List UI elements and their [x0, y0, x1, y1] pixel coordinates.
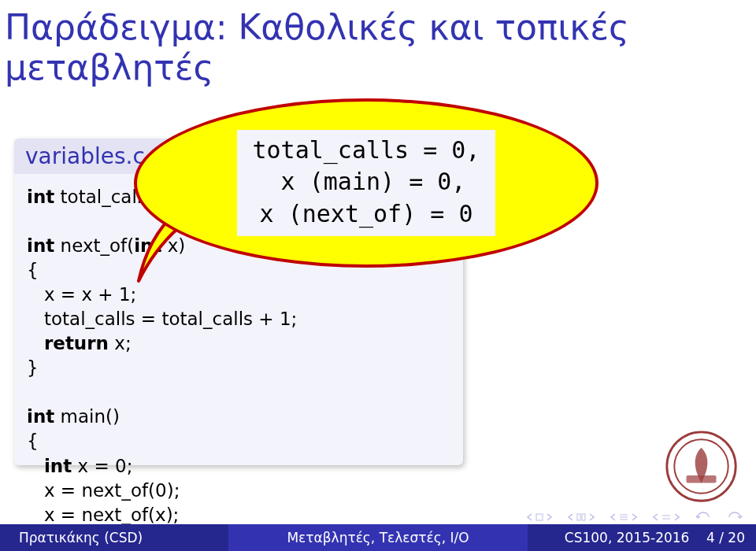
- bubble-line-3: x (next_of) = 0: [260, 200, 473, 227]
- footer-author: Πρατικάκης (CSD): [0, 524, 228, 551]
- svg-rect-5: [582, 514, 585, 520]
- footer-page: 4 / 20: [706, 530, 745, 545]
- bubble-line-2: x (main) = 0,: [267, 168, 466, 195]
- bubble-line-1: total_calls = 0,: [253, 136, 480, 164]
- footer-bar: Πρατικάκης (CSD) Μεταβλητές, Τελεστές, I…: [0, 524, 756, 551]
- svg-rect-2: [687, 475, 717, 483]
- title-line-2: μεταβλητές: [5, 47, 213, 87]
- svg-rect-3: [536, 514, 543, 520]
- svg-rect-4: [577, 514, 580, 520]
- nav-prev-section-icon[interactable]: [567, 513, 595, 521]
- nav-prev-subsection-icon[interactable]: [610, 513, 638, 521]
- nav-appendix-icon[interactable]: [652, 513, 680, 521]
- nav-prev-slide-icon[interactable]: [526, 513, 553, 521]
- university-seal-icon: [664, 429, 739, 504]
- nav-back-icon[interactable]: [695, 512, 712, 523]
- speech-bubble: total_calls = 0, x (main) = 0, x (next_o…: [134, 98, 598, 268]
- title-line-1: Παράδειγμα: Καθολικές και τοπικές: [5, 7, 629, 47]
- footer-title: Μεταβλητές, Τελεστές, I/O: [228, 524, 528, 551]
- footer-course: CS100, 2015-2016: [565, 530, 690, 545]
- slide-title: Παράδειγμα: Καθολικές και τοπικές μεταβλ…: [0, 0, 756, 87]
- slide: Παράδειγμα: Καθολικές και τοπικές μεταβλ…: [0, 0, 756, 551]
- footer-right: CS100, 2015-2016 4 / 20: [528, 524, 756, 551]
- nav-forward-icon[interactable]: [726, 512, 743, 523]
- nav-controls: [526, 512, 743, 523]
- speech-bubble-text: total_calls = 0, x (main) = 0, x (next_o…: [237, 130, 496, 237]
